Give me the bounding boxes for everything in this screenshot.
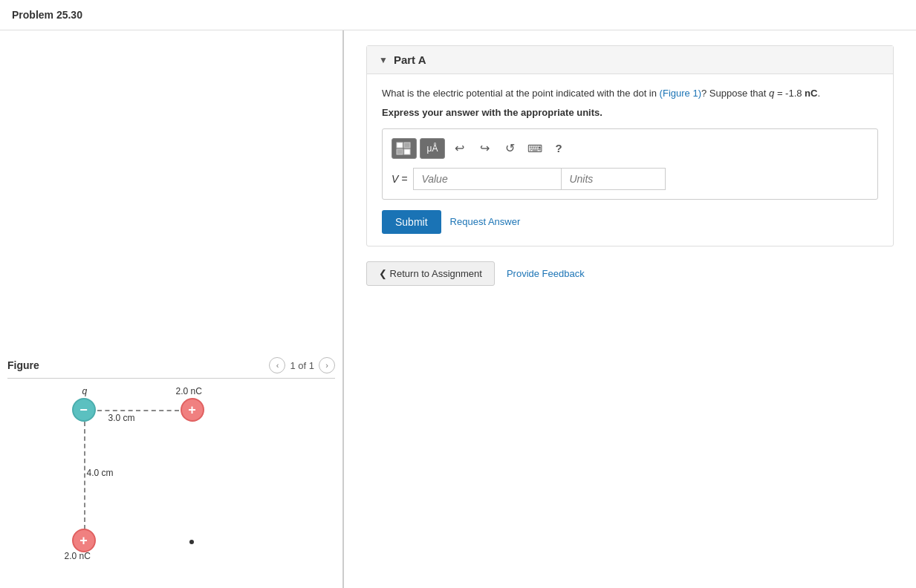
undo-button[interactable]: ↩ <box>448 138 470 159</box>
units-button[interactable]: μÅ <box>420 138 445 159</box>
redo-button[interactable]: ↪ <box>473 138 496 159</box>
figure-section-header: Figure ‹ 1 of 1 › <box>7 357 335 379</box>
figure-prev-button[interactable]: ‹ <box>269 357 285 373</box>
return-to-assignment-button[interactable]: ❮ Return to Assignment <box>366 261 495 286</box>
express-instruction: Express your answer with the appropriate… <box>382 107 878 118</box>
format-button-1[interactable] <box>392 138 417 159</box>
answer-box: μÅ ↩ ↪ ↺ ⌨ ? V = <box>382 128 878 200</box>
negative-charge: − <box>72 398 96 422</box>
reset-button[interactable]: ↺ <box>498 138 521 159</box>
part-a-title: Part A <box>394 53 426 66</box>
left-panel: Figure ‹ 1 of 1 › q − 3.0 cm + 2.0 nC 4. <box>0 30 344 588</box>
action-row: Submit Request Answer <box>382 210 878 234</box>
figure-link[interactable]: (Figure 1) <box>660 88 701 99</box>
vertical-distance-label: 4.0 cm <box>87 468 114 478</box>
units-input[interactable] <box>562 168 666 190</box>
right-panel: ▼ Part A What is the electric potential … <box>344 30 916 588</box>
input-row: V = <box>392 168 868 190</box>
figure-label: Figure <box>7 359 39 371</box>
part-collapse-icon[interactable]: ▼ <box>379 55 388 65</box>
vertical-dashed-line <box>84 422 85 529</box>
help-button[interactable]: ? <box>549 139 568 158</box>
horizontal-dashed-line <box>97 410 179 411</box>
figure-next-button[interactable]: › <box>319 357 335 373</box>
question-text: What is the electric potential at the po… <box>382 86 878 101</box>
v-equals-label: V = <box>392 173 407 185</box>
submit-button[interactable]: Submit <box>382 210 441 234</box>
request-answer-link[interactable]: Request Answer <box>450 216 521 227</box>
keyboard-button[interactable]: ⌨ <box>524 138 546 159</box>
answer-toolbar: μÅ ↩ ↪ ↺ ⌨ ? <box>392 138 868 159</box>
figure-diagram: q − 3.0 cm + 2.0 nC 4.0 cm + 2.0 nC <box>60 386 283 564</box>
figure-page-indicator: 1 of 1 <box>290 360 314 371</box>
part-a-header: ▼ Part A <box>367 46 893 74</box>
value-input[interactable] <box>413 168 562 190</box>
svg-rect-3 <box>404 149 410 154</box>
part-a-body: What is the electric potential at the po… <box>367 74 893 246</box>
bottom-left-positive-charge: + <box>72 529 96 552</box>
part-a-section: ▼ Part A What is the electric potential … <box>366 45 894 246</box>
q-variable: q <box>769 88 774 99</box>
figure-navigation: ‹ 1 of 1 › <box>269 357 335 373</box>
measurement-dot <box>189 540 194 544</box>
top-right-charge-label: 2.0 nC <box>176 386 202 396</box>
top-right-positive-charge: + <box>181 398 204 422</box>
bottom-left-charge-label: 2.0 nC <box>65 551 91 561</box>
provide-feedback-link[interactable]: Provide Feedback <box>507 268 585 279</box>
svg-rect-1 <box>404 143 410 148</box>
bottom-actions: ❮ Return to Assignment Provide Feedback <box>366 261 894 286</box>
svg-rect-2 <box>397 149 403 154</box>
horizontal-distance-label: 3.0 cm <box>108 413 135 423</box>
svg-rect-0 <box>397 143 403 148</box>
problem-title: Problem 25.30 <box>0 0 916 30</box>
q-variable-label: q <box>82 386 88 396</box>
unit-nc: nC <box>805 88 817 99</box>
